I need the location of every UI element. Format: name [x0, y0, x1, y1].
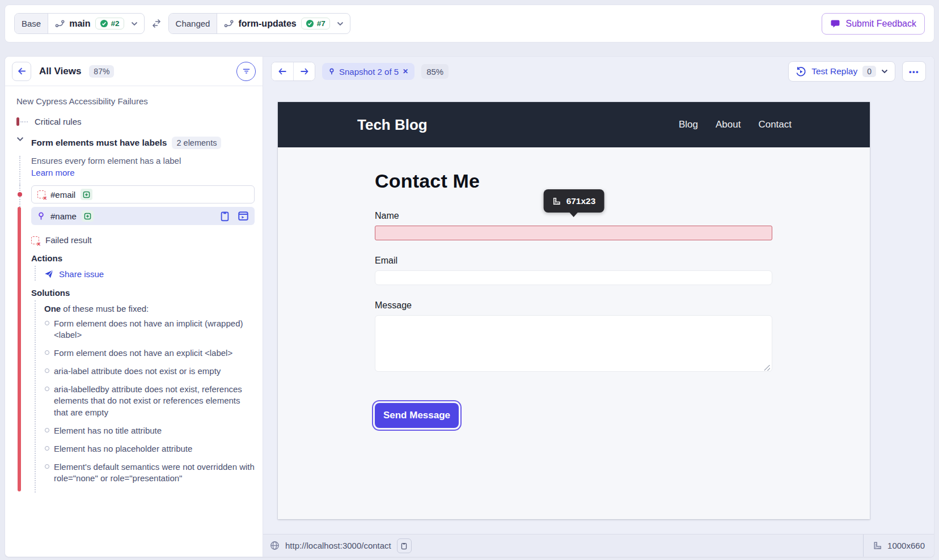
- changed-run-number: #7: [317, 19, 325, 28]
- rail-dotted-dot: [16, 185, 31, 207]
- paper-plane-icon: [44, 269, 54, 279]
- test-replay-count-badge: 0: [862, 66, 876, 77]
- changed-label: Changed: [169, 14, 218, 33]
- rule-group: Form elements must have labels 2 element…: [16, 137, 255, 497]
- solutions-block: One of these must be fixed: Form element…: [35, 300, 255, 493]
- swap-branches-icon[interactable]: [151, 19, 162, 28]
- added-element-icon: [82, 210, 94, 222]
- base-branch-selector[interactable]: Base main #2: [14, 13, 145, 34]
- element-selector: #name: [50, 211, 77, 221]
- changed-branch-selector[interactable]: Changed form-updates #7: [168, 13, 350, 34]
- rail-dotted: [16, 156, 31, 185]
- snapshot-canvas: Tech Blog Blog About Contact: [263, 86, 934, 534]
- copy-selector-icon[interactable]: [219, 210, 230, 222]
- element-row-name[interactable]: #name: [31, 207, 255, 225]
- test-replay-label: Test Replay: [811, 66, 857, 77]
- sidebar-title: All Views: [39, 66, 81, 77]
- element-row-actions: [219, 210, 249, 222]
- test-replay-button[interactable]: Test Replay 0: [788, 61, 895, 82]
- failed-result-icon: [31, 236, 39, 244]
- copy-url-button[interactable]: [397, 538, 412, 553]
- ruler-icon: [552, 197, 561, 206]
- rule-expander-rail: [16, 137, 31, 156]
- globe-icon: [270, 541, 280, 550]
- solutions-intro: One of these must be fixed:: [44, 304, 255, 313]
- changed-run-badge[interactable]: #7: [301, 18, 330, 29]
- failures-section-title: New Cypress Accessibility Failures: [16, 96, 255, 106]
- share-issue-link[interactable]: Share issue: [44, 269, 255, 279]
- prev-snapshot-button[interactable]: [272, 62, 293, 80]
- pin-icon: [328, 67, 335, 75]
- message-field-group: Message: [375, 300, 772, 374]
- severity-filter-row[interactable]: Critical rules: [16, 117, 255, 126]
- element-details: Failed result Actions Share issue Soluti…: [31, 228, 255, 497]
- critical-severity-icon: [16, 117, 28, 126]
- element-row-wrap: #email: [31, 185, 255, 207]
- back-button[interactable]: [12, 62, 31, 81]
- contact-form: 671x23 Contact Me Name Email Message: [375, 170, 772, 428]
- rail-selected-top: [16, 207, 31, 228]
- replay-icon: [796, 66, 806, 77]
- more-options-button[interactable]: •••: [902, 61, 926, 82]
- email-label: Email: [375, 256, 772, 266]
- solution-item: Element's default semantics were not ove…: [44, 461, 255, 485]
- chevron-down-icon[interactable]: [16, 137, 31, 142]
- changed-chevron-down-icon[interactable]: [335, 14, 350, 33]
- solution-item: Element has no placeholder attribute: [44, 443, 255, 455]
- zoom-level-badge: 85%: [421, 64, 449, 79]
- viewport-dimensions: 1000x660: [887, 541, 925, 550]
- name-input[interactable]: [375, 226, 772, 240]
- check-circle-icon: [306, 19, 314, 28]
- message-textarea-wrap: [375, 315, 772, 374]
- message-label: Message: [375, 300, 772, 311]
- rule-header[interactable]: Form elements must have labels 2 element…: [31, 137, 255, 156]
- base-branch-value: main #2: [48, 14, 128, 33]
- base-run-badge[interactable]: #2: [95, 18, 124, 29]
- severity-label: Critical rules: [35, 117, 82, 126]
- rail-selected-bottom: [16, 228, 31, 497]
- failed-element-icon: [37, 190, 45, 198]
- rule-element-count-badge: 2 elements: [172, 137, 221, 149]
- solution-item: Form element does not have an explicit <…: [44, 347, 255, 359]
- solution-item: Element has no title attribute: [44, 425, 255, 436]
- status-bar: http://localhost:3000/contact 1000x660: [263, 534, 934, 557]
- snapshot-chip[interactable]: Snapshot 2 of 5 ✕: [322, 63, 414, 80]
- filter-button[interactable]: [236, 62, 256, 81]
- snapshot-url: http://localhost:3000/contact: [285, 541, 391, 550]
- send-message-button[interactable]: Send Message: [375, 403, 459, 428]
- base-chevron-down-icon[interactable]: [129, 14, 144, 33]
- chat-bubble-icon: [830, 19, 840, 29]
- accessibility-score-badge: 87%: [89, 65, 114, 78]
- open-in-replay-icon[interactable]: [238, 210, 249, 222]
- solutions-list: Form element does not have an implicit (…: [44, 318, 255, 484]
- submit-feedback-button[interactable]: Submit Feedback: [822, 13, 925, 35]
- current-element-dot: [18, 192, 22, 197]
- element-row-wrap: #name: [31, 207, 255, 228]
- learn-more-link[interactable]: Learn more: [31, 168, 255, 177]
- measure-tooltip: 671x23: [544, 189, 604, 213]
- failed-result-label: Failed result: [45, 235, 92, 245]
- share-issue-label: Share issue: [59, 269, 104, 279]
- site-snapshot: Tech Blog Blog About Contact: [278, 102, 870, 519]
- url-group: http://localhost:3000/contact: [263, 538, 412, 553]
- snapshot-chip-label: Snapshot 2 of 5: [339, 67, 399, 77]
- element-row-email[interactable]: #email: [31, 185, 255, 203]
- rule-title: Form elements must have labels: [31, 138, 167, 148]
- email-field-group: Email: [375, 256, 772, 285]
- workspace: All Views 87% New Cypress Accessibility …: [5, 56, 934, 557]
- email-input[interactable]: [375, 270, 772, 285]
- site-nav-about[interactable]: About: [716, 119, 741, 130]
- message-textarea[interactable]: [375, 315, 772, 372]
- site-header: Tech Blog Blog About Contact: [278, 102, 870, 147]
- actions-block: Share issue: [35, 266, 255, 281]
- close-icon[interactable]: ✕: [403, 67, 408, 75]
- solutions-title: Solutions: [31, 288, 255, 298]
- submit-feedback-label: Submit Feedback: [845, 19, 916, 29]
- rule-description-block: Ensures every form element has a label L…: [31, 156, 255, 185]
- site-nav-blog[interactable]: Blog: [679, 119, 698, 130]
- site-nav-contact[interactable]: Contact: [758, 119, 792, 130]
- snapshot-nav-group: [271, 62, 315, 81]
- git-branch-icon: [224, 19, 234, 28]
- next-snapshot-button[interactable]: [293, 62, 315, 80]
- base-label: Base: [15, 14, 48, 33]
